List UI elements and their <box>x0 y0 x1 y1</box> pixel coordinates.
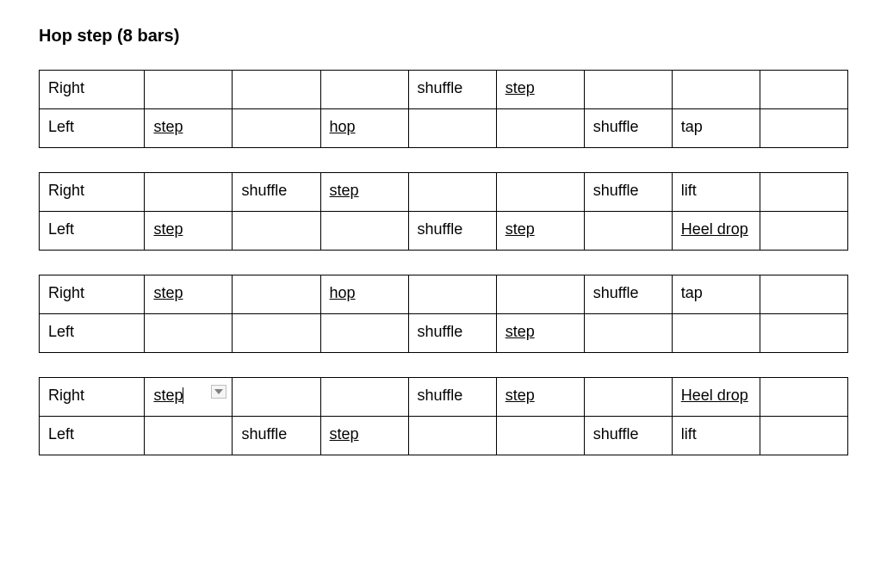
step-cell[interactable]: step <box>320 417 408 455</box>
step-cell[interactable]: lift <box>672 173 760 212</box>
step-cell-text: step <box>153 387 183 404</box>
step-cell[interactable] <box>760 314 847 353</box>
step-cell-text: tap <box>681 118 703 135</box>
step-cell-text: step <box>330 425 359 443</box>
row-label-right: Right <box>40 275 145 314</box>
svg-marker-0 <box>214 389 223 394</box>
step-cell[interactable] <box>233 275 320 314</box>
step-cell[interactable]: shuffle <box>584 275 672 314</box>
step-cell[interactable] <box>145 314 233 353</box>
row-label-right: Right <box>40 378 145 417</box>
step-cell[interactable]: step <box>145 212 233 251</box>
step-cell[interactable] <box>760 378 847 417</box>
row-label-right: Right <box>40 71 145 109</box>
table-row: LeftstepshufflestepHeel drop <box>40 212 848 251</box>
step-cell[interactable] <box>320 314 408 353</box>
step-cell[interactable] <box>760 71 847 109</box>
step-cell-text: shuffle <box>593 425 639 443</box>
step-cell[interactable]: shuffle <box>233 417 320 455</box>
step-cell[interactable] <box>672 71 760 109</box>
step-cell-text: shuffle <box>418 387 463 404</box>
step-cell[interactable]: step <box>496 212 584 251</box>
step-cell[interactable] <box>760 173 847 212</box>
step-cell[interactable]: step <box>145 109 233 148</box>
step-cell[interactable]: shuffle <box>584 417 672 455</box>
step-cell[interactable] <box>672 314 760 353</box>
step-cell[interactable]: step <box>320 173 408 212</box>
step-cell[interactable] <box>496 417 584 455</box>
table-row: Rightshufflestep <box>40 71 848 109</box>
row-label-left: Left <box>40 417 145 455</box>
step-cell[interactable] <box>145 71 233 109</box>
step-cell[interactable] <box>760 275 847 314</box>
step-cell-text: step <box>153 220 183 238</box>
step-cell[interactable] <box>584 378 672 417</box>
step-cell[interactable] <box>496 275 584 314</box>
row-label-left: Left <box>40 212 145 251</box>
step-cell[interactable]: Heel drop <box>672 212 760 251</box>
table-row: Leftshufflestepshufflelift <box>40 417 848 455</box>
step-cell[interactable] <box>760 212 847 251</box>
step-table: RightstepshufflestepHeel dropLeftshuffle… <box>39 377 848 455</box>
step-cell[interactable]: tap <box>672 109 760 148</box>
step-cell[interactable]: Heel drop <box>672 378 760 417</box>
step-cell[interactable] <box>233 378 320 417</box>
table-row: Leftstephopshuffletap <box>40 109 848 148</box>
step-cell[interactable] <box>496 173 584 212</box>
step-cell-text: step <box>506 220 535 238</box>
step-cell[interactable] <box>584 212 672 251</box>
step-cell-text: step <box>506 323 535 340</box>
step-cell[interactable]: shuffle <box>584 173 672 212</box>
step-cell[interactable] <box>233 109 320 148</box>
step-cell[interactable] <box>584 71 672 109</box>
step-cell[interactable] <box>496 109 584 148</box>
step-cell[interactable] <box>320 71 408 109</box>
step-cell[interactable] <box>233 314 320 353</box>
step-cell-text: Heel drop <box>681 220 748 238</box>
page-title: Hop step (8 bars) <box>39 26 848 46</box>
text-cursor <box>183 387 183 404</box>
dropdown-icon[interactable] <box>211 385 226 399</box>
step-cell[interactable]: step <box>145 275 233 314</box>
step-cell[interactable]: shuffle <box>233 173 320 212</box>
step-cell[interactable] <box>408 275 496 314</box>
step-cell[interactable] <box>408 417 496 455</box>
step-cell-text: lift <box>681 425 697 443</box>
step-cell[interactable]: tap <box>672 275 760 314</box>
step-cell[interactable]: step <box>496 314 584 353</box>
step-cell[interactable]: shuffle <box>408 71 496 109</box>
step-cell[interactable]: shuffle <box>408 212 496 251</box>
step-cell-text: step <box>506 79 535 96</box>
step-cell[interactable] <box>584 314 672 353</box>
step-cell-text: shuffle <box>418 220 463 238</box>
document-page: Hop step (8 bars) RightshufflestepLeftst… <box>0 0 887 514</box>
step-cell-text: shuffle <box>241 182 287 199</box>
row-label-right: Right <box>40 173 145 212</box>
step-cell[interactable] <box>233 212 320 251</box>
step-cell[interactable] <box>760 417 847 455</box>
step-cell[interactable] <box>145 173 233 212</box>
tables-container: RightshufflestepLeftstephopshuffletapRig… <box>39 70 848 455</box>
step-cell-text: hop <box>330 118 356 135</box>
step-cell[interactable] <box>408 109 496 148</box>
step-cell[interactable] <box>320 212 408 251</box>
step-cell-text: shuffle <box>418 79 463 96</box>
step-cell[interactable]: step <box>496 71 584 109</box>
step-cell[interactable] <box>320 378 408 417</box>
step-cell[interactable]: hop <box>320 109 408 148</box>
step-cell[interactable] <box>760 109 847 148</box>
step-cell[interactable]: step <box>145 378 233 417</box>
step-cell[interactable]: shuffle <box>408 378 496 417</box>
row-label-left: Left <box>40 109 145 148</box>
step-cell[interactable]: lift <box>672 417 760 455</box>
step-cell[interactable]: step <box>496 378 584 417</box>
step-cell[interactable] <box>408 173 496 212</box>
step-cell[interactable] <box>145 417 233 455</box>
step-cell[interactable] <box>233 71 320 109</box>
step-cell-text: lift <box>681 182 697 199</box>
step-cell[interactable]: shuffle <box>408 314 496 353</box>
table-row: Rightshufflestepshufflelift <box>40 173 848 212</box>
step-cell[interactable]: shuffle <box>584 109 672 148</box>
step-cell[interactable]: hop <box>320 275 408 314</box>
step-cell-text: shuffle <box>593 284 639 301</box>
